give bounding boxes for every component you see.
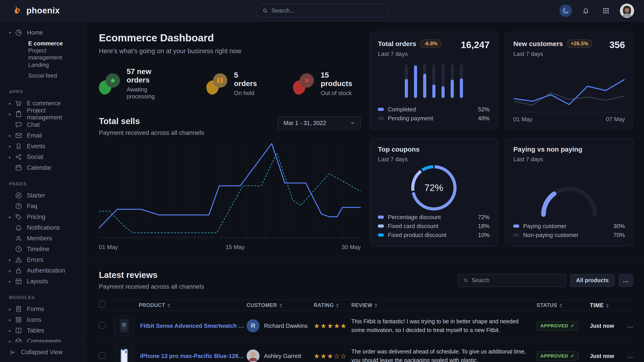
legend-value: 30% <box>613 223 625 230</box>
column-header-product[interactable]: PRODUCT <box>114 302 246 308</box>
caret-right-icon: ▸ <box>9 257 15 263</box>
reviews-more-button[interactable]: ... <box>619 274 633 287</box>
sidebar-nav: ▾HomeE commerceProject managementLanding… <box>0 27 85 342</box>
sidebar-item-members[interactable]: Members <box>0 233 81 244</box>
sidebar-item-layouts[interactable]: ▸Layouts <box>0 276 81 287</box>
product-thumbnail <box>114 316 134 336</box>
check-icon: ✓ <box>570 323 574 329</box>
column-header-time[interactable]: TIME <box>590 302 624 309</box>
sidebar-item-forms[interactable]: ▸Forms <box>0 304 81 314</box>
sidebar-item-chat[interactable]: Chat <box>0 119 81 130</box>
collapse-sidebar-button[interactable]: Collapsed View <box>0 342 85 362</box>
reviews-search-input[interactable] <box>472 277 561 284</box>
sidebar-item-label: Social <box>27 154 44 161</box>
theme-toggle-button[interactable] <box>560 4 572 17</box>
date-range-select[interactable]: Mar 1 - 31, 2022 <box>278 116 361 129</box>
apps-grid-icon <box>602 7 610 14</box>
calendar-icon <box>15 164 22 171</box>
stat-title: 15 products <box>321 71 361 88</box>
review-text: The order was delivered ahead of schedul… <box>351 347 528 362</box>
row-checkbox[interactable] <box>99 352 106 359</box>
sidebar-section-label: APPS <box>0 89 81 94</box>
bell-icon <box>582 7 590 14</box>
order-bar <box>414 64 417 98</box>
column-header-status[interactable]: STATUS <box>536 302 590 308</box>
sidebar-item-events[interactable]: ▸Events <box>0 141 81 152</box>
select-all-checkbox[interactable] <box>99 301 106 308</box>
sidebar-item-icons[interactable]: ▸Icons <box>0 314 81 325</box>
sidebar-subitem-social-feed[interactable]: Social feed <box>0 70 81 81</box>
top-coupons-card: Top coupons Last 7 days 72% Percentage d… <box>370 138 498 246</box>
navbar-search[interactable] <box>256 4 388 17</box>
sidebar-item-notifications[interactable]: Notifications <box>0 222 81 233</box>
axis-tick: 07 May <box>606 116 625 123</box>
sidebar-item-tables[interactable]: ▸Tables <box>0 325 81 336</box>
product-link[interactable]: Fitbit Sense Advanced Smartwatch with To… <box>140 323 246 329</box>
sidebar-item-starter[interactable]: Starter <box>0 190 81 201</box>
sidebar-item-faq[interactable]: Faq <box>0 201 81 212</box>
stat-subtitle: Awating processing <box>127 86 175 100</box>
card-title: Total orders <box>378 40 416 48</box>
apps-menu-button[interactable] <box>600 4 612 17</box>
sidebar-item-label: Calendar <box>27 164 52 171</box>
card-title: New customers <box>513 40 563 48</box>
review-text: This Fitbit is fantastic! I was trying t… <box>351 317 528 335</box>
caret-down-icon: ▾ <box>9 30 15 35</box>
rating-stars: ★★★☆☆ <box>314 353 347 360</box>
sidebar-subitem-landing[interactable]: Landing <box>0 59 81 70</box>
row-more-button[interactable]: ... <box>624 353 633 359</box>
sidebar-item-email[interactable]: ▸Email <box>0 130 81 141</box>
column-header-review[interactable]: REVIEW <box>351 302 536 308</box>
latest-reviews-section: Latest reviews Payment received across a… <box>99 260 633 362</box>
brand[interactable]: phoenix <box>12 5 60 16</box>
search-input[interactable] <box>272 7 382 14</box>
legend-swatch <box>378 233 384 237</box>
column-header-customer[interactable]: CUSTOMER <box>246 302 314 308</box>
order-bar-fill <box>442 86 444 98</box>
sidebar-item-timeline[interactable]: Timeline <box>0 244 81 255</box>
sidebar-item-social[interactable]: ▸Social <box>0 152 81 162</box>
legend-label: Pending payment <box>388 115 433 122</box>
caret-right-icon: ▸ <box>9 279 15 284</box>
legend-label: Non-paying customer <box>523 232 578 239</box>
app: phoenix <box>0 0 644 362</box>
box-icon <box>15 338 22 342</box>
sidebar-item-components[interactable]: ▸Components <box>0 336 81 342</box>
search-icon <box>262 7 268 14</box>
status-badge: APPROVED✓ <box>536 351 578 361</box>
search-icon <box>463 278 468 283</box>
reviews-search[interactable] <box>458 274 566 287</box>
navbar: phoenix <box>0 0 644 21</box>
legend-item: Fixed product discount10% <box>378 231 490 240</box>
sidebar-item-label: Forms <box>27 306 44 313</box>
sidebar-item-project-management[interactable]: ▸Project management <box>0 109 81 119</box>
all-products-button[interactable]: All products <box>570 274 615 287</box>
orders-bar-chart <box>405 64 463 98</box>
product-link[interactable]: iPhone 13 pro max-Pacific Blue-128GB sto… <box>140 353 246 360</box>
sidebar-item-pricing[interactable]: ▸Pricing <box>0 212 81 222</box>
column-header-rating[interactable]: RATING <box>314 302 351 308</box>
page-title: Ecommerce Dashboard <box>99 32 361 44</box>
stat-title: 5 orders <box>234 71 262 88</box>
brand-name: phoenix <box>26 6 60 15</box>
customer-cell: Ashley Garrett <box>246 350 314 362</box>
sidebar-item-authentication[interactable]: ▸Authentication <box>0 265 81 276</box>
chevron-down-icon <box>350 120 356 126</box>
order-bar <box>405 64 408 98</box>
row-checkbox[interactable] <box>99 322 106 329</box>
notifications-button[interactable] <box>580 4 592 17</box>
sort-icon <box>168 303 170 308</box>
sidebar-item-home[interactable]: ▾Home <box>0 27 81 38</box>
moon-icon <box>562 7 569 14</box>
order-bar <box>451 64 454 98</box>
on-hold-icon <box>206 73 228 94</box>
card-title: Paying vs non paying <box>513 146 582 153</box>
row-more-button[interactable]: ... <box>624 323 633 329</box>
sidebar-item-calendar[interactable]: Calendar <box>0 162 81 173</box>
sidebar-subitem-project-management[interactable]: Project management <box>0 49 81 59</box>
sidebar-item-errors[interactable]: ▸Errors <box>0 255 81 265</box>
legend-label: Percentage discount <box>388 214 441 221</box>
sidebar-item-label: E commerce <box>27 100 61 107</box>
order-bar-fill <box>432 84 436 98</box>
user-avatar[interactable] <box>620 3 634 18</box>
